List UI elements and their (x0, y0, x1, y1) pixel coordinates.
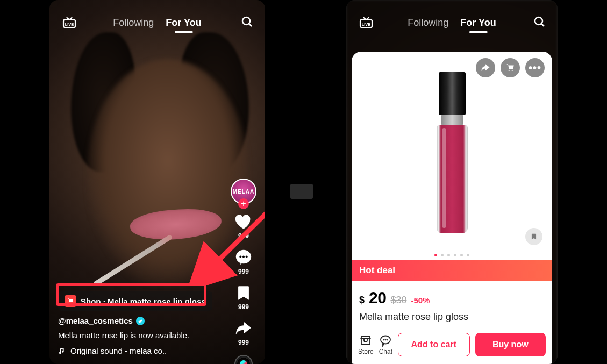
feed-top-bar: LIVE Following For You (346, 11, 558, 34)
tab-for-you[interactable]: For You (166, 17, 201, 28)
share-button[interactable]: 999 (234, 319, 253, 346)
svg-point-14 (384, 340, 384, 340)
price-block: $20 $30 -50% Mella matte rose lip gloss (352, 281, 552, 325)
like-count: 999 (238, 232, 249, 240)
price-current: 20 (369, 289, 386, 307)
decorative-divider (290, 184, 313, 199)
comment-count: 999 (238, 268, 249, 275)
share-count: 999 (238, 339, 249, 346)
search-icon[interactable] (240, 15, 253, 30)
sound-disc-icon[interactable] (234, 355, 253, 364)
comment-button[interactable]: 999 (234, 248, 253, 275)
photo-face (87, 59, 248, 285)
product-screen: LIVE Following For You ••• (346, 0, 558, 364)
bookmark-icon (530, 232, 538, 241)
share-icon (234, 319, 253, 338)
dot (467, 254, 469, 256)
carousel-dots[interactable] (352, 254, 552, 260)
comment-icon (234, 248, 253, 267)
store-label: Store (358, 348, 374, 355)
save-count: 999 (238, 303, 249, 311)
verified-badge-icon (136, 317, 145, 325)
bookmark-button[interactable] (525, 228, 542, 245)
svg-point-16 (387, 340, 388, 340)
product-bottom-bar: Store Chat Add to cart Buy now (352, 327, 552, 364)
tab-for-you[interactable]: For You (460, 17, 496, 28)
sound-title: Original sound - melaa co.. (70, 346, 167, 355)
product-sheet: ••• Hot deal $20 $30 -50% (352, 52, 552, 364)
dot (460, 254, 463, 256)
svg-line-3 (249, 24, 252, 26)
bookmark-icon (234, 284, 253, 302)
svg-text:LIVE: LIVE (65, 22, 74, 27)
buy-now-button[interactable]: Buy now (475, 333, 546, 356)
svg-point-7 (246, 256, 248, 258)
search-icon[interactable] (533, 15, 546, 30)
hot-deal-banner: Hot deal (352, 260, 552, 281)
discount-badge: -50% (411, 296, 430, 305)
cart-icon (65, 295, 76, 307)
svg-point-6 (242, 256, 245, 258)
currency-symbol: $ (359, 295, 365, 306)
tab-following[interactable]: Following (408, 17, 448, 28)
like-button[interactable]: 999 (234, 213, 253, 240)
dot (441, 254, 444, 256)
video-caption: Mella matte rose lip is now available. (58, 331, 222, 341)
svg-point-11 (535, 17, 542, 25)
dot-active (434, 254, 437, 256)
price-original: $30 (390, 295, 406, 306)
dot (447, 254, 450, 256)
action-rail: MELAA + 999 999 999 999 (230, 179, 258, 364)
store-icon (359, 334, 372, 347)
live-icon[interactable]: LIVE (358, 17, 374, 28)
dot (454, 254, 456, 256)
chat-icon (379, 334, 392, 347)
live-icon[interactable]: LIVE (61, 17, 77, 28)
svg-point-15 (385, 340, 386, 340)
sound-row[interactable]: Original sound - melaa co.. (58, 346, 222, 355)
creator-username[interactable]: @melaa_cosmetics (58, 316, 133, 325)
svg-point-5 (239, 256, 241, 258)
shop-product-name: Mella matte rose lip gloss (108, 297, 206, 306)
shop-link-pill[interactable]: Shop · Mella matte rose lip gloss (58, 291, 212, 311)
product-image (437, 72, 468, 233)
heart-icon (234, 213, 253, 231)
feed-top-bar: LIVE Following For You (49, 11, 265, 34)
svg-point-2 (242, 17, 250, 25)
feed-screen: LIVE Following For You MELAA + 999 999 9… (49, 0, 265, 364)
add-to-cart-button[interactable]: Add to cart (398, 333, 469, 356)
follow-plus-icon[interactable]: + (238, 198, 249, 209)
chat-button[interactable]: Chat (379, 334, 392, 355)
video-overlay: Shop · Mella matte rose lip gloss @melaa… (58, 291, 222, 355)
product-image-area[interactable] (352, 52, 552, 254)
store-button[interactable]: Store (358, 334, 374, 355)
music-note-icon (58, 347, 66, 355)
tab-following[interactable]: Following (113, 17, 154, 28)
svg-line-12 (541, 24, 544, 26)
product-title: Mella matte rose lip gloss (359, 311, 545, 323)
chat-label: Chat (379, 348, 392, 355)
shop-prefix: Shop (81, 297, 101, 306)
creator-avatar[interactable]: MELAA + (231, 179, 256, 204)
svg-text:LIVE: LIVE (362, 22, 370, 27)
save-button[interactable]: 999 (234, 284, 253, 311)
shop-separator: · (103, 297, 105, 306)
